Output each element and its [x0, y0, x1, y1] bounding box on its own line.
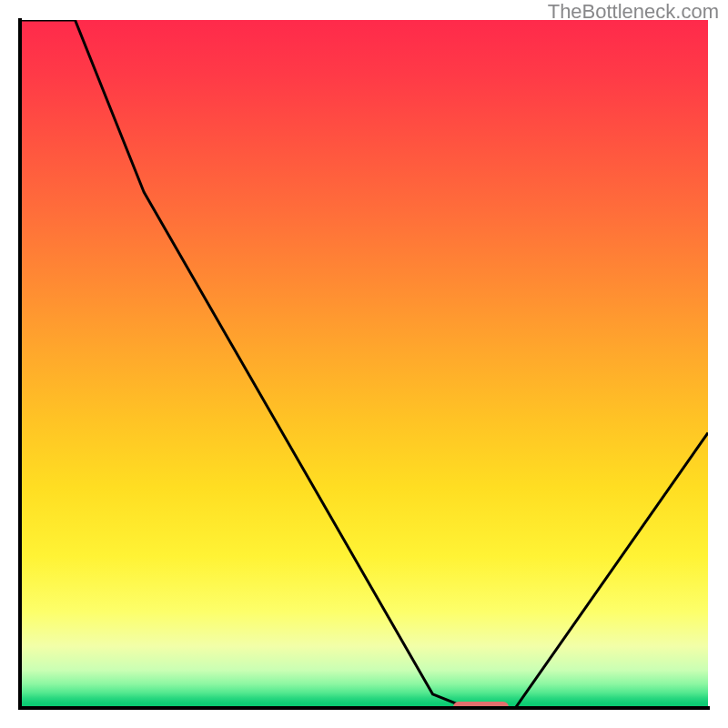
- y-axis: [18, 18, 22, 710]
- curve-layer: [20, 20, 708, 708]
- x-axis: [18, 706, 710, 710]
- watermark-text: TheBottleneck.com: [548, 0, 719, 24]
- bottleneck-curve: [20, 20, 708, 708]
- plot-area: [20, 20, 708, 708]
- bottleneck-chart: TheBottleneck.com: [0, 0, 728, 728]
